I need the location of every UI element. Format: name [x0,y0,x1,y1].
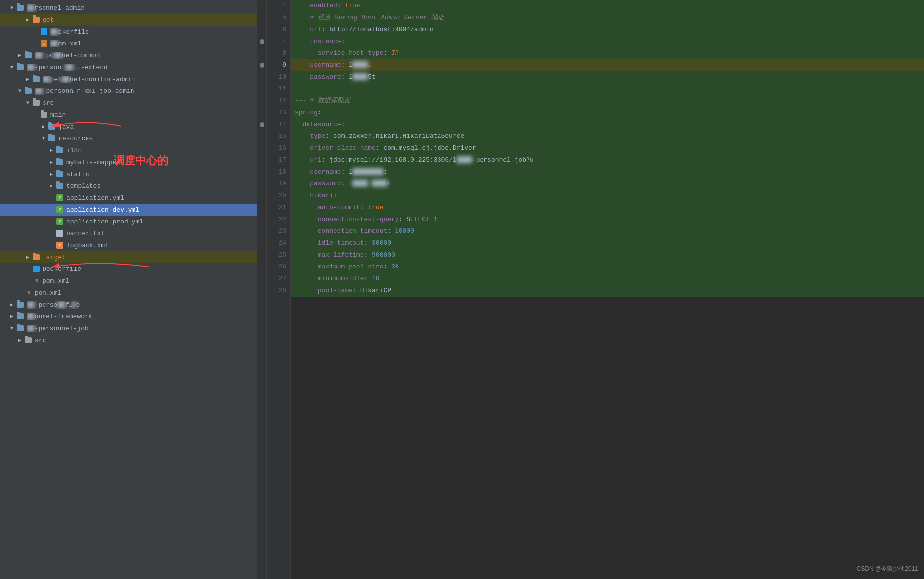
tree-item-ckerfile[interactable]: ▶ ██ckerfile [0,26,257,38]
expand-arrow[interactable]: ▼ [40,136,47,141]
tree-item-label: src [43,99,253,107]
txt-icon [55,229,64,238]
tree-item-onnel-framework[interactable]: ▶ ██onnel-framework [0,311,257,322]
tree-item-pc-nel-common[interactable]: ▶ ██ pc██nel-common [0,49,257,61]
expand-arrow[interactable]: ▶ [24,76,32,82]
folder-icon [55,181,64,190]
expand-arrow[interactable]: ▶ [47,147,55,153]
xml-icon: m [24,288,33,297]
expand-arrow[interactable]: ▶ [40,124,47,130]
tree-item-java[interactable]: ▶ java [0,121,257,133]
tree-item-personnel-admin[interactable]: ▼ ██rsonnel-admin [0,2,257,14]
expand-arrow[interactable]: ▶ [16,337,24,343]
docker-icon [40,27,48,36]
gutter-line-5 [257,12,266,24]
line-num-4: 4 [271,0,286,12]
code-line-22: connection-test-query: SELECT 1 [291,214,924,225]
tree-item-label: ██ckerfile [50,28,253,36]
tree-item-target[interactable]: ▶ target [0,251,257,263]
line-num-13: 13 [271,107,286,119]
code-line-17: url: jdbc:mysql://192.168.0.225:3306/l██… [291,154,924,166]
gutter-line-26 [257,261,266,273]
tree-item-per-nel-monitor-admin[interactable]: ▶ ██per██nel-monitor-admin [0,73,257,85]
expand-arrow[interactable]: ▼ [24,100,32,106]
tree-item-label: ██om.xml [50,40,253,47]
tree-item-pers-blank[interactable]: ▶ ██ perso██f…█e [0,299,257,311]
tree-item-personnel-xxl-job-admin[interactable]: ▼ ██-personn…r-xxl-job-admin [0,85,257,97]
code-line-7: instance: [291,36,924,47]
code-line-27: minimum-idle: 10 [291,273,924,285]
gutter-line-24 [257,237,266,249]
expand-arrow[interactable]: ▼ [8,65,16,70]
line-num-21: 21 [271,202,286,214]
tree-item-resources[interactable]: ▼ resources [0,133,257,144]
tree-item-om-xml[interactable]: ▶ X ██om.xml [0,38,257,49]
code-line-13: spring: [291,107,924,119]
expand-arrow[interactable]: ▼ [16,89,24,94]
expand-arrow[interactable]: ▶ [8,313,16,319]
tree-item-static[interactable]: ▶ static [0,168,257,180]
tree-item-templates[interactable]: ▶ templates [0,180,257,192]
tree-item-label: application-dev.yml [66,206,253,214]
folder-icon [32,15,41,24]
tree-item-label: main [50,111,253,119]
gutter-line-4 [257,0,266,12]
docker-icon [32,265,41,273]
tree-item-application-yml[interactable]: ▶ Y application.yml [0,192,257,204]
tree-item-dockerfile-root[interactable]: ▶ Dockerfile [0,263,257,275]
tree-item-logback-xml[interactable]: ▶ X logback.xml [0,239,257,251]
yaml-icon: Y [55,205,64,214]
line-num-9: 9 [271,59,286,71]
line-num-19: 19 [271,178,286,190]
gutter-line-13 [257,107,266,119]
tree-item-i18n[interactable]: ▶ i18n [0,144,257,156]
expand-arrow[interactable]: ▶ [16,52,24,58]
expand-arrow[interactable]: ▼ [8,326,16,331]
tree-item-pom-xml-1[interactable]: ▶ m pom.xml [0,275,257,287]
tree-item-pom-xml-2[interactable]: ▶ m pom.xml [0,287,257,299]
tree-item-person-extend[interactable]: ▼ ██-person ██..-extend [0,61,257,73]
line-num-25: 25 [271,249,286,261]
tree-item-mybatis-mapper[interactable]: ▶ mybatis-mapper [0,156,257,168]
xml-icon: m [32,276,41,285]
tree-item-src[interactable]: ▼ src [0,97,257,109]
folder-icon [16,300,25,309]
gutter-line-22 [257,214,266,225]
code-line-16: driver-class-name: com.mysql.cj.jdbc.Dri… [291,142,924,154]
tree-item-personnel-job[interactable]: ▼ ██-personnel-job [0,322,257,334]
yaml-icon: Y [55,217,64,226]
line-numbers: 4 5 6 7 8 9 10 11 12 13 14 15 16 17 18 1… [267,0,291,579]
expand-arrow[interactable]: ▶ [8,302,16,308]
gutter-line-23 [257,225,266,237]
folder-icon [32,253,41,262]
tree-item-src2[interactable]: ▶ src [0,334,257,346]
line-num-7: 7 [271,36,286,47]
tree-item-label: pom.xml [35,289,253,297]
folder-icon [55,170,64,178]
gutter-line-14 [257,119,266,131]
code-line-5: # 设置 Spring Boot Admin Server 地址 [291,12,924,24]
folder-icon [55,158,64,167]
tree-item-application-prod-yml[interactable]: ▶ Y application-prod.yml [0,216,257,227]
folder-icon [32,98,41,107]
expand-arrow[interactable]: ▶ [47,183,55,189]
expand-arrow[interactable]: ▶ [24,17,32,23]
expand-arrow[interactable]: ▼ [8,5,16,11]
gutter-line-28 [257,285,266,297]
tree-item-label: mybatis-mapper [66,159,253,166]
code-lines: enabled: true # 设置 Spring Boot Admin Ser… [291,0,924,579]
tree-item-application-dev-yml[interactable]: ▶ Y application-dev.yml [0,204,257,216]
tree-item-get[interactable]: ▶ get [0,14,257,26]
line-num-5: 5 [271,12,286,24]
file-tree-panel: ▼ ██rsonnel-admin ▶ get ▶ ██ckerfile [0,0,257,579]
expand-arrow[interactable]: ▶ [47,159,55,165]
code-line-15: type: com.zaxxer.hikari.HikariDataSource [291,131,924,142]
expand-arrow[interactable]: ▶ [47,171,55,177]
code-editor-panel: 4 5 6 7 8 9 10 11 12 13 14 15 16 17 18 1… [257,0,924,579]
tree-item-main[interactable]: ▶ main [0,109,257,121]
line-num-18: 18 [271,166,286,178]
gutter-line-19 [257,178,266,190]
code-line-23: connection-timeout: 10000 [291,225,924,237]
expand-arrow[interactable]: ▶ [24,254,32,260]
tree-item-banner-txt[interactable]: ▶ banner.txt [0,227,257,239]
